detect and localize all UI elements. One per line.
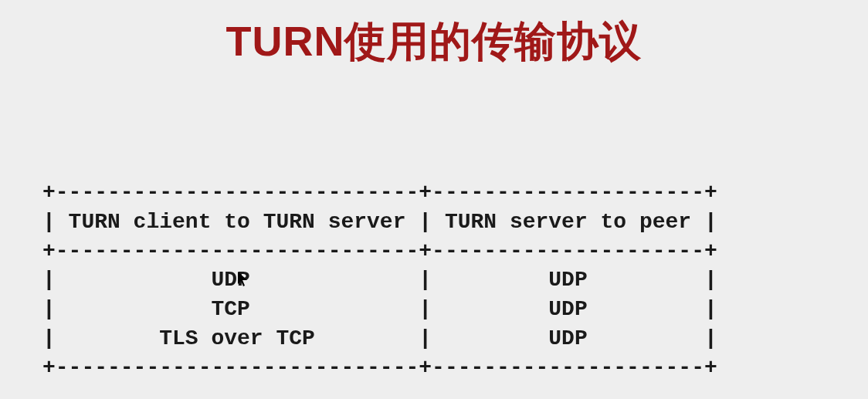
table-row: | TLS over TCP | UDP |: [42, 326, 717, 350]
table-border-bottom: +----------------------------+----------…: [42, 356, 717, 380]
table-row: | UDP | UDP |: [42, 268, 717, 292]
table-header-row: | TURN client to TURN server | TURN serv…: [42, 210, 717, 234]
table-border-mid: +----------------------------+----------…: [42, 239, 717, 263]
table-row: | TCP | UDP |: [42, 297, 717, 321]
ascii-table: +----------------------------+----------…: [0, 178, 868, 383]
table-border-top: +----------------------------+----------…: [42, 181, 717, 205]
page-title: TURN使用的传输协议: [0, 0, 868, 70]
